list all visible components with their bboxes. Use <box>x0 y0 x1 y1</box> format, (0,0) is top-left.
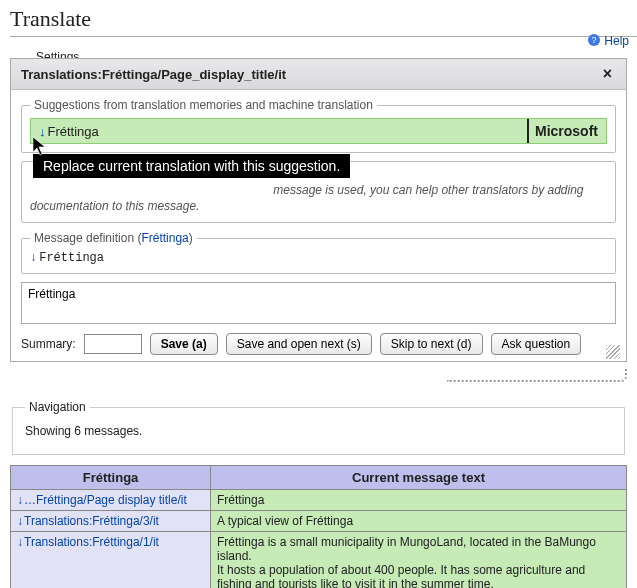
editor-title: Translations:Fréttinga/Page_display_titl… <box>21 67 286 82</box>
resize-grip-icon[interactable] <box>606 345 620 359</box>
messages-table: Fréttinga Current message text ↓…Fréttin… <box>10 465 627 588</box>
message-link[interactable]: Translations:Fréttinga/3/it <box>24 514 159 528</box>
suggestion-source: Microsoft <box>535 123 598 139</box>
suggestions-box: Suggestions from translation memories an… <box>21 98 616 153</box>
ask-question-button[interactable]: Ask question <box>491 333 582 355</box>
summary-label: Summary: <box>21 337 76 351</box>
help-link[interactable]: ? Help <box>587 34 629 48</box>
skip-next-button[interactable]: Skip to next (d) <box>380 333 483 355</box>
message-text-cell: Fréttinga is a small municipality in Mun… <box>211 532 627 588</box>
save-button[interactable]: Save (a) <box>150 333 218 355</box>
table-row: ↓Translations:Fréttinga/1/itFréttinga is… <box>11 532 627 588</box>
definition-link[interactable]: Fréttinga <box>141 231 188 245</box>
down-arrow-icon: ↓ <box>17 514 23 528</box>
message-text-cell: Fréttinga <box>211 490 627 511</box>
navigation-showing: Showing 6 messages. <box>25 424 142 438</box>
collapsed-stub <box>447 368 627 382</box>
down-arrow-icon: ↓ <box>30 251 37 265</box>
suggestion-text: Fréttinga <box>48 124 99 139</box>
message-text-line: It hosts a population of about 400 peopl… <box>217 563 620 588</box>
definition-legend: Message definition (Fréttinga) <box>30 231 197 245</box>
editor-dialog: Translations:Fréttinga/Page_display_titl… <box>10 58 627 362</box>
suggestion-item[interactable]: ↓ Fréttinga Microsoft <box>30 118 607 144</box>
col-header-text: Current message text <box>211 466 627 490</box>
translation-input[interactable] <box>21 282 616 324</box>
help-icon: ? <box>587 33 601 47</box>
down-arrow-icon: ↓ <box>17 493 23 507</box>
close-icon[interactable]: × <box>599 65 616 83</box>
message-link[interactable]: Translations:Fréttinga/1/it <box>24 535 159 549</box>
use-suggestion-arrow-icon[interactable]: ↓ <box>39 124 46 139</box>
message-link[interactable]: …Fréttinga/Page display title/it <box>24 493 187 507</box>
svg-text:?: ? <box>591 35 596 45</box>
message-text-line: A typical view of Fréttinga <box>217 514 620 528</box>
doc-text: xxxxxxxxxxxxxxxxxxxxxxxxxxxxxxxxxxxxxxxx… <box>30 182 607 214</box>
table-row: ↓Translations:Fréttinga/3/itA typical vi… <box>11 511 627 532</box>
col-header-key: Fréttinga <box>11 466 211 490</box>
save-open-next-button[interactable]: Save and open next (s) <box>226 333 372 355</box>
message-key-cell: ↓Translations:Fréttinga/1/it <box>11 532 211 588</box>
table-row: ↓…Fréttinga/Page display title/itFréttin… <box>11 490 627 511</box>
suggestions-legend: Suggestions from translation memories an… <box>30 98 377 112</box>
suggestion-tooltip: Replace current translation with this su… <box>33 154 350 178</box>
message-key-cell: ↓Translations:Fréttinga/3/it <box>11 511 211 532</box>
summary-input[interactable] <box>84 334 142 354</box>
navigation-legend: Navigation <box>25 400 90 414</box>
message-key-cell: ↓…Fréttinga/Page display title/it <box>11 490 211 511</box>
message-text-cell: A typical view of Fréttinga <box>211 511 627 532</box>
navigation-box: Navigation Showing 6 messages. <box>12 400 625 455</box>
down-arrow-icon: ↓ <box>17 535 23 549</box>
definition-box: Message definition (Fréttinga) ↓Frétting… <box>21 231 616 274</box>
message-text-line: Fréttinga is a small municipality in Mun… <box>217 535 620 563</box>
message-text-line: Fréttinga <box>217 493 620 507</box>
definition-text: ↓Fréttinga <box>30 251 607 265</box>
